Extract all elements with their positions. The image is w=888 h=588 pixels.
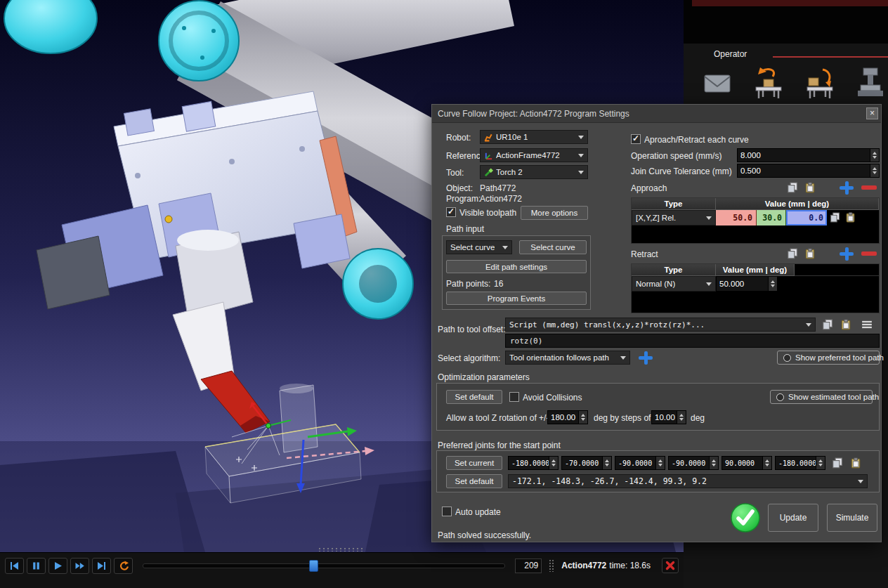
success-check-icon — [730, 502, 761, 533]
approach-add-button[interactable] — [838, 180, 855, 195]
approach-table: Type Value (mm | deg) [X,Y,Z] Rel. 50.0 … — [631, 197, 880, 244]
joint-solution-dropdown[interactable]: -172.1, -148.3, -26.7, -142.4, 99.3, 9.2 — [508, 474, 868, 488]
edit-path-settings-button[interactable]: Edit path settings — [446, 260, 587, 273]
timeline-slider[interactable] — [143, 558, 505, 574]
approach-paste-button[interactable] — [802, 181, 818, 195]
spinner-arrows[interactable] — [762, 457, 771, 469]
spinner-arrows[interactable] — [655, 457, 665, 469]
tool-label: Tool: — [446, 168, 464, 178]
select-curve-dropdown[interactable]: Select curve — [446, 240, 512, 254]
pause-button[interactable] — [27, 558, 46, 574]
spinner-arrows[interactable] — [816, 457, 825, 469]
spinner-arrows[interactable] — [709, 457, 718, 469]
path-offset-copy-button[interactable] — [820, 318, 835, 332]
show-estimated-toolpath-radio[interactable]: Show estimated tool path — [770, 390, 873, 404]
retract-paste-button[interactable] — [802, 247, 818, 261]
joint-2-value: -70.0000 — [562, 459, 602, 467]
spinner-arrows[interactable] — [870, 149, 879, 162]
station-icon-envelope[interactable] — [699, 65, 736, 101]
slider-track[interactable] — [143, 563, 505, 568]
table-unload-icon — [803, 65, 837, 99]
auto-update-checkbox[interactable] — [442, 507, 452, 516]
approach-row-paste-button[interactable] — [842, 210, 858, 224]
retract-copy-button[interactable] — [785, 247, 800, 261]
skip-start-button[interactable] — [5, 558, 24, 574]
spinner-arrows[interactable] — [549, 457, 558, 469]
frame-input[interactable]: 209 — [515, 558, 542, 573]
spinner-arrows[interactable] — [578, 411, 587, 424]
more-options-button[interactable]: More options — [521, 206, 588, 220]
spinner-arrows[interactable] — [677, 411, 686, 424]
path-offset-script-input[interactable]: rotz(0) — [505, 334, 880, 348]
avoid-collisions-checkbox[interactable] — [509, 392, 519, 402]
paste-icon — [804, 248, 816, 259]
visible-toolpath-checkbox[interactable] — [446, 207, 456, 217]
spinner-arrows[interactable] — [768, 277, 777, 291]
retract-type-dropdown[interactable]: Normal (N) — [632, 276, 716, 292]
approach-remove-button[interactable] — [861, 180, 877, 195]
path-offset-combo[interactable]: Script (mm,deg) transl(x,y,z)*rotz(rz)*.… — [505, 318, 816, 332]
approach-row-copy-button[interactable] — [827, 210, 842, 224]
joint-4-input[interactable]: -90.0000 — [668, 456, 719, 470]
fast-forward-button[interactable] — [70, 558, 89, 574]
tool-dropdown[interactable]: Torch 2 — [480, 165, 588, 179]
set-current-button[interactable]: Set current — [446, 456, 502, 470]
rotation-allowance-input[interactable]: 180.00 — [547, 410, 588, 424]
chevron-down-icon — [806, 323, 811, 327]
join-tolerance-input[interactable]: 0.500 — [737, 164, 880, 178]
station-icon-table-load[interactable] — [750, 65, 787, 101]
loop-button[interactable] — [114, 558, 133, 574]
joint-3-input[interactable]: -90.0000 — [615, 456, 665, 470]
robot-dropdown[interactable]: UR10e 1 — [480, 130, 588, 144]
approach-z-input[interactable]: 0.0 — [786, 210, 827, 226]
close-simulation-button[interactable] — [662, 558, 679, 573]
operation-speed-input[interactable]: 8.000 — [737, 148, 880, 162]
update-button[interactable]: Update — [768, 504, 818, 532]
slider-handle[interactable] — [309, 560, 318, 572]
approach-copy-button[interactable] — [785, 181, 800, 195]
column-header-value: Value (mm | deg) — [716, 198, 879, 210]
optimization-parameters-label: Optimization parameters — [438, 372, 530, 382]
retract-value-input[interactable]: 50.000 — [716, 276, 778, 292]
avoid-collisions-label: Avoid Collisions — [523, 393, 582, 403]
loop-icon — [119, 561, 129, 570]
path-offset-paste-button[interactable] — [838, 318, 854, 332]
steps-input[interactable]: 10.00 — [651, 410, 686, 424]
press-machine-icon — [854, 65, 887, 99]
reference-dropdown[interactable]: ActionFrame4772 — [480, 148, 588, 162]
path-offset-menu-button[interactable] — [859, 318, 875, 332]
skip-end-button[interactable] — [92, 558, 111, 574]
select-curve-button[interactable]: Select curve — [519, 240, 587, 254]
station-icon-table-unload[interactable] — [802, 65, 838, 101]
spinner-arrows[interactable] — [870, 164, 879, 177]
joint-2-input[interactable]: -70.0000 — [561, 456, 612, 470]
dialog-titlebar[interactable]: Curve Follow Project: Action4772 Program… — [432, 105, 881, 123]
toolbar-grip[interactable] — [549, 559, 554, 572]
retract-remove-button[interactable] — [861, 246, 877, 261]
station-icon-press[interactable] — [852, 65, 888, 101]
dialog-close-button[interactable]: × — [866, 107, 878, 119]
joint-5-input[interactable]: 90.0000 — [722, 456, 772, 470]
spinner-arrows[interactable] — [602, 457, 611, 469]
show-preferred-toolpath-radio[interactable]: Show preferred tool path — [777, 351, 880, 365]
auto-update-label: Auto update — [455, 507, 501, 517]
approach-type-dropdown[interactable]: [X,Y,Z] Rel. — [632, 210, 716, 226]
joints-paste-button[interactable] — [848, 456, 863, 470]
joints-set-default-button[interactable]: Set default — [446, 474, 502, 488]
algorithm-add-button[interactable] — [637, 350, 654, 365]
joints-copy-button[interactable] — [830, 456, 845, 470]
program-events-button[interactable]: Program Events — [446, 292, 587, 305]
splitter-grip[interactable] — [318, 547, 363, 551]
column-header-type: Type — [632, 264, 716, 276]
retract-add-button[interactable] — [838, 246, 855, 261]
simulate-button[interactable]: Simulate — [827, 504, 877, 532]
optimization-set-default-button[interactable]: Set default — [446, 390, 502, 404]
joint-1-input[interactable]: -180.0000 — [508, 456, 559, 470]
play-button[interactable] — [48, 558, 67, 574]
approach-retract-checkbox[interactable] — [631, 134, 641, 144]
approach-y-input[interactable]: 30.0 — [757, 210, 786, 226]
algorithm-dropdown[interactable]: Tool orientation follows path — [505, 351, 630, 365]
chevron-down-icon — [706, 282, 712, 286]
joint-6-input[interactable]: -180.0000 — [775, 456, 825, 470]
approach-x-input[interactable]: 50.0 — [716, 210, 757, 226]
